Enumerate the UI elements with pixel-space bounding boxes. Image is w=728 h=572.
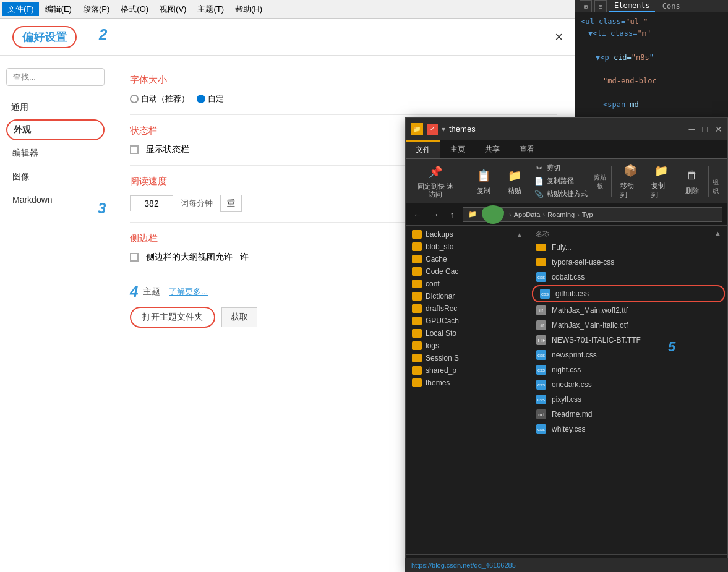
fe-tab-view[interactable]: 查看 bbox=[510, 140, 544, 158]
close-button[interactable]: × bbox=[555, 29, 563, 45]
file-onedark[interactable]: css onedark.css bbox=[529, 377, 727, 392]
copy-path-btn[interactable]: 📄 复制路径 bbox=[531, 175, 591, 187]
statusbar-checkbox[interactable] bbox=[130, 145, 139, 154]
file-name-night: night.css bbox=[552, 365, 581, 374]
radio-custom[interactable] bbox=[197, 95, 205, 103]
nav-item-appearance[interactable]: 外观 bbox=[6, 119, 105, 140]
reading-speed-detail-btn[interactable]: 重 bbox=[220, 195, 242, 212]
menu-help[interactable]: 帮助(H) bbox=[230, 2, 267, 16]
file-name-cobalt: cobalt.css bbox=[552, 273, 585, 281]
file-pixyll[interactable]: css pixyll.css bbox=[529, 392, 727, 407]
copy-btn[interactable]: 📋 复制 bbox=[469, 164, 499, 198]
paste-btn[interactable]: 📁 粘贴 bbox=[500, 164, 529, 198]
font-auto-option[interactable]: 自动（推荐） bbox=[130, 93, 189, 105]
file-github[interactable]: css github.css bbox=[532, 285, 725, 302]
move-to-icon: 📦 bbox=[622, 162, 639, 179]
learn-more-link[interactable]: 了解更多... bbox=[169, 286, 208, 297]
nav-item-image[interactable]: 图像 bbox=[6, 166, 105, 187]
folder-gpucach[interactable]: GPUCach bbox=[406, 315, 529, 327]
css-icon: css bbox=[536, 271, 547, 283]
font-custom-option[interactable]: 自定 bbox=[197, 93, 224, 105]
file-night[interactable]: css night.css bbox=[529, 362, 727, 377]
folder-backups[interactable]: backups ▲ bbox=[406, 228, 529, 241]
fe-status-url: https://blog.csdn.net/qq_46106285 bbox=[405, 558, 728, 572]
nav-section-general[interactable]: 通用 bbox=[6, 98, 105, 117]
folder-icon bbox=[412, 378, 422, 387]
file-news-ttf[interactable]: TTF NEWS-701-ITALIC-BT.TTF bbox=[529, 333, 727, 348]
outline-checkbox[interactable] bbox=[130, 253, 139, 262]
tab-cons[interactable]: Cons bbox=[657, 1, 685, 12]
search-input[interactable] bbox=[6, 68, 105, 86]
folder-blob[interactable]: blob_sto bbox=[406, 241, 529, 253]
menu-paragraph[interactable]: 段落(P) bbox=[78, 2, 114, 16]
menu-file[interactable]: 文件(F) bbox=[2, 2, 39, 16]
ttf-icon: ttf bbox=[536, 305, 547, 316]
paste-shortcut-btn[interactable]: 📎 粘贴快捷方式 bbox=[531, 188, 591, 200]
delete-icon: 🗑 bbox=[683, 167, 701, 184]
fe-tab-share[interactable]: 共享 bbox=[475, 140, 510, 158]
open-theme-folder-button[interactable]: 打开主题文件夹 bbox=[130, 307, 215, 328]
fe-minimize-btn[interactable]: ─ bbox=[689, 124, 695, 134]
file-typora-css[interactable]: typora-self-use-css bbox=[529, 255, 727, 270]
folder-logs[interactable]: logs bbox=[406, 339, 529, 352]
font-size-row: 自动（推荐） 自定 bbox=[130, 93, 557, 105]
move-to-label: 移动到 bbox=[620, 181, 640, 200]
folder-localsto[interactable]: Local Sto bbox=[406, 327, 529, 339]
folder-sessions[interactable]: Session S bbox=[406, 352, 529, 364]
step2-annotation: 2 bbox=[99, 26, 107, 43]
folder-sharedp[interactable]: shared_p bbox=[406, 364, 529, 377]
toolbar-divider-1 bbox=[465, 166, 465, 197]
file-whitey[interactable]: css whitey.css bbox=[529, 422, 727, 437]
pref-sidebar: 通用 外观 编辑器 图像 Markdown bbox=[0, 56, 111, 572]
nav-item-editor[interactable]: 编辑器 bbox=[6, 143, 105, 164]
reading-speed-input[interactable] bbox=[130, 195, 173, 211]
folder-cache[interactable]: Cache bbox=[406, 253, 529, 265]
fe-maximize-btn[interactable]: □ bbox=[703, 124, 708, 134]
fe-tab-home[interactable]: 主页 bbox=[440, 140, 475, 158]
cut-btn[interactable]: ✂ 剪切 bbox=[531, 162, 591, 174]
folder-conf[interactable]: conf bbox=[406, 278, 529, 290]
file-mathjax-italic[interactable]: otf MathJax_Main-Italic.otf bbox=[529, 318, 727, 333]
folder-icon bbox=[412, 292, 422, 301]
fe-path-bar[interactable]: 📁 › AppData › Roaming › Typ bbox=[463, 207, 722, 222]
devtools-icon-1[interactable]: ⊞ bbox=[580, 0, 592, 12]
ttf-icon: otf bbox=[536, 320, 547, 331]
copy-to-btn[interactable]: 📁 复制到 bbox=[646, 160, 676, 202]
devtools-icon-2[interactable]: ⊟ bbox=[594, 0, 607, 12]
file-cobalt[interactable]: css cobalt.css bbox=[529, 270, 727, 284]
folder-draftsrec[interactable]: draftsRec bbox=[406, 302, 529, 315]
fe-close-btn[interactable]: ✕ bbox=[715, 124, 722, 134]
folder-codecac[interactable]: Code Cac bbox=[406, 265, 529, 278]
nav-item-markdown[interactable]: Markdown bbox=[6, 190, 105, 210]
tab-elements[interactable]: Elements bbox=[609, 0, 655, 12]
status-url-text: https://blog.csdn.net/qq_46106285 bbox=[411, 561, 516, 569]
menu-view[interactable]: 视图(V) bbox=[155, 2, 191, 16]
delete-label: 删除 bbox=[685, 186, 699, 195]
pref-title: 偏好设置 bbox=[12, 26, 77, 48]
menu-theme[interactable]: 主题(T) bbox=[192, 2, 229, 16]
folder-dictionar[interactable]: Dictionar bbox=[406, 290, 529, 302]
file-fuly[interactable]: Fuly... bbox=[529, 240, 727, 255]
get-themes-button[interactable]: 获取 bbox=[221, 307, 257, 327]
fe-tab-file[interactable]: 文件 bbox=[406, 140, 440, 158]
pin-btn[interactable]: 📌 固定到快 速访问 bbox=[411, 161, 461, 201]
fe-title-check-icon: ✓ bbox=[427, 124, 438, 135]
fe-up-btn[interactable]: ↑ bbox=[445, 208, 459, 221]
file-readme[interactable]: md Readme.md bbox=[529, 407, 727, 422]
file-name-github: github.css bbox=[555, 289, 589, 298]
move-to-btn[interactable]: 📦 移动到 bbox=[615, 160, 645, 202]
organize-label: 组织 bbox=[708, 166, 722, 197]
folder-icon bbox=[412, 329, 422, 338]
delete-btn[interactable]: 🗑 删除 bbox=[677, 164, 707, 198]
file-newsprint[interactable]: css newsprint.css bbox=[529, 348, 727, 362]
radio-auto[interactable] bbox=[130, 95, 139, 103]
file-mathjax-woff[interactable]: ttf MathJax_Main.woff2.ttf bbox=[529, 303, 727, 318]
folder-themes[interactable]: themes bbox=[406, 377, 529, 389]
fe-forward-btn[interactable]: → bbox=[428, 208, 442, 221]
scroll-up-right: ▲ bbox=[714, 229, 721, 239]
menu-format[interactable]: 格式(O) bbox=[116, 2, 153, 16]
menu-edit[interactable]: 编辑(E) bbox=[40, 2, 77, 16]
fe-back-btn[interactable]: ← bbox=[411, 208, 424, 221]
file-name-mathjax-italic: MathJax_Main-Italic.otf bbox=[552, 321, 628, 330]
copy-label: 复制 bbox=[477, 186, 490, 195]
